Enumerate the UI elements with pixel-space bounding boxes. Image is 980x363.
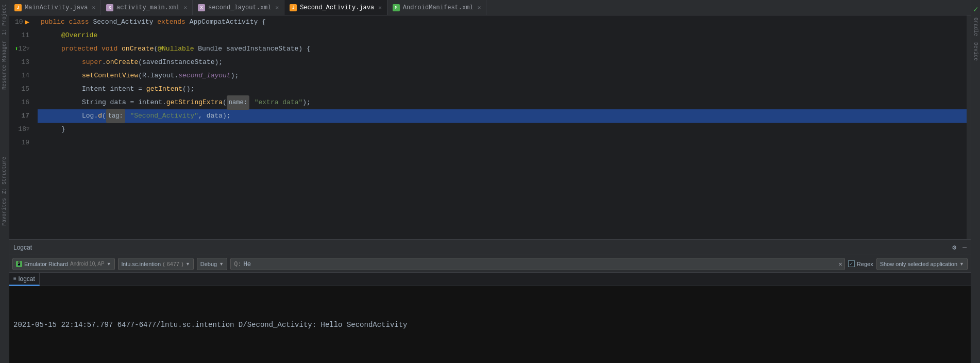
xml-icon: X: [106, 4, 113, 11]
line-numbers: 10 ▶ 11 ⬆ 12 ▽ 13 14 15: [9, 15, 38, 239]
line-num-13: 13: [9, 56, 33, 69]
logcat-panel: Logcat ⚙ — 📱 Emulator Richard Android 10…: [9, 239, 971, 363]
code-line-13: super.onCreate(savedInstanceState);: [38, 56, 967, 69]
tab-close-activitymain[interactable]: ✕: [183, 4, 187, 11]
green-check-icon: ✓: [973, 4, 978, 14]
device-dropdown[interactable]: 📱 Emulator Richard Android 10, AP ▼: [12, 258, 115, 270]
tab-label: second_layout.xml: [208, 4, 271, 11]
code-line-17: Log.d(tag: "Second_Activity", data);: [38, 109, 967, 123]
editor-scroll: 10 ▶ 11 ⬆ 12 ▽ 13 14 15: [9, 15, 967, 239]
manifest-icon: M: [393, 4, 400, 11]
logcat-content: 2021-05-15 22:14:57.797 6477-6477/lntu.s…: [9, 286, 971, 363]
right-scrollbar[interactable]: [967, 15, 971, 239]
device-icon: 📱: [16, 261, 22, 267]
tab-close-manifest[interactable]: ✕: [478, 4, 481, 11]
search-value: He: [244, 260, 251, 268]
tab-close-secondactivity[interactable]: ✕: [378, 4, 382, 11]
code-line-14: setContentView(R.layout.second_layout);: [38, 69, 967, 82]
device-detail: Android 10, AP: [70, 261, 105, 267]
tab-secondactivity[interactable]: J Second_Activity.java ✕: [284, 0, 387, 15]
line-num-12: ⬆ 12 ▽: [9, 42, 33, 56]
param-hint-name: name:: [227, 95, 249, 110]
line-num-16: 16: [9, 96, 33, 109]
sidebar-item-resource[interactable]: Resource Manager: [2, 38, 7, 92]
tab-label: Second_Activity.java: [300, 4, 374, 11]
tab-close-secondlayout[interactable]: ✕: [276, 4, 279, 11]
fold-icon-12[interactable]: ▽: [26, 42, 29, 56]
code-lines: public class Second_Activity extends App…: [38, 15, 967, 239]
regex-check-icon[interactable]: [848, 260, 855, 267]
logcat-toolbar: 📱 Emulator Richard Android 10, AP ▼ lntu…: [9, 255, 971, 273]
logcat-header: Logcat ⚙ —: [9, 240, 971, 255]
device-label: Emulator Richard: [24, 261, 68, 267]
logcat-tab-icon: ≡: [13, 276, 16, 282]
app-dropdown-arrow: ▼: [185, 261, 190, 267]
show-only-dropdown[interactable]: Show only selected application ▼: [876, 258, 968, 270]
logcat-title: Logcat: [13, 244, 32, 251]
log-entry: 2021-05-15 22:14:57.797 6477-6477/lntu.s…: [13, 321, 408, 329]
line-num-19: 19: [9, 136, 33, 150]
code-line-10: public class Second_Activity extends App…: [38, 15, 967, 29]
java-icon: J: [14, 4, 22, 11]
search-icon: Q:: [234, 260, 241, 268]
xml-icon: X: [198, 4, 205, 11]
code-line-12: protected void onCreate(@Nullable Bundle…: [38, 42, 967, 56]
line-num-15: 15: [9, 82, 33, 96]
left-sub-sidebar: Z: Structure Favorites: [0, 155, 9, 228]
device-dropdown-arrow: ▼: [107, 261, 111, 267]
logcat-tabs: ≡ logcat: [9, 273, 971, 286]
tab-bar: J MainActivity.java ✕ X activity_main.xm…: [9, 0, 971, 15]
regex-label: Regex: [857, 261, 873, 267]
logcat-tab-logcat[interactable]: ≡ logcat: [9, 273, 40, 286]
regex-checkbox[interactable]: Regex: [848, 260, 873, 267]
fold-icon-18[interactable]: ▽: [26, 123, 29, 136]
search-field[interactable]: Q: He ✕: [230, 258, 845, 270]
app-id-val: 6477: [167, 261, 179, 267]
debug-dropdown[interactable]: Debug ▼: [197, 258, 227, 270]
line-num-17: 17: [9, 109, 33, 123]
line-num-18: 18 ▽: [9, 123, 33, 136]
editor-area: 10 ▶ 11 ⬆ 12 ▽ 13 14 15: [9, 15, 971, 239]
line-num-11: 11: [9, 29, 33, 42]
sidebar-item-gradle[interactable]: Gradle: [973, 14, 978, 39]
sidebar-item-structure[interactable]: Z: Structure: [2, 155, 7, 196]
show-only-arrow: ▼: [959, 261, 964, 267]
java-icon: J: [290, 4, 297, 11]
line-num-14: 14: [9, 69, 33, 82]
sidebar-item-project[interactable]: 1: Project: [2, 2, 7, 37]
code-line-15: Intent intent = getIntent();: [38, 82, 967, 96]
code-line-18: }: [38, 123, 967, 136]
tab-mainactivity[interactable]: J MainActivity.java ✕: [9, 0, 101, 15]
tab-close-mainactivity[interactable]: ✕: [92, 4, 95, 11]
tab-secondlayout[interactable]: X second_layout.xml ✕: [193, 0, 284, 15]
tab-label: MainActivity.java: [25, 4, 88, 11]
param-hint-tag: tag:: [106, 109, 125, 123]
tab-label: AndroidManifest.xml: [403, 4, 474, 11]
debug-dropdown-arrow: ▼: [219, 261, 224, 267]
show-only-label: Show only selected application: [880, 261, 957, 267]
search-clear-button[interactable]: ✕: [839, 260, 842, 268]
code-line-16: String data = intent.getStringExtra(name…: [38, 96, 967, 109]
app-label: lntu.sc.intention: [122, 261, 161, 267]
debug-label: Debug: [200, 261, 217, 267]
sidebar-item-favorites[interactable]: Favorites: [2, 196, 7, 228]
main-area: J MainActivity.java ✕ X activity_main.xm…: [9, 0, 971, 363]
logcat-tab-label: logcat: [19, 275, 35, 283]
app-id: (: [163, 261, 165, 267]
logcat-minimize-icon[interactable]: —: [962, 243, 967, 251]
line-num-10: 10 ▶: [9, 15, 33, 29]
far-right-sidebar: ✓ Gradle Device: [971, 0, 980, 363]
tab-label: activity_main.xml: [116, 4, 179, 11]
sidebar-item-device[interactable]: Device: [973, 39, 978, 64]
tab-androidmanifest[interactable]: M AndroidManifest.xml ✕: [387, 0, 486, 15]
code-line-19: [38, 136, 967, 150]
code-line-11: @Override: [38, 29, 967, 42]
app-dropdown[interactable]: lntu.sc.intention (6477) ▼: [118, 258, 194, 270]
logcat-settings-icon[interactable]: ⚙: [952, 243, 956, 252]
tab-activitymain[interactable]: X activity_main.xml ✕: [101, 0, 193, 15]
